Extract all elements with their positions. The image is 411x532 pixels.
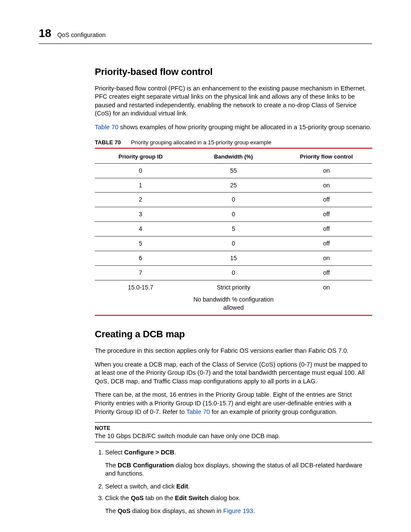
paragraph: The procedure in this section applies on… [95,347,372,355]
note-text: The 10 Gbps DCB/FC switch module can hav… [95,432,372,441]
table-row: 3 0 off [95,207,372,222]
table-cell: 0 [187,265,281,280]
step-text: Click the [105,495,131,501]
dialog-name: QoS [118,507,131,514]
table-cell: 4 [95,222,187,236]
table-cell: 15 [187,251,281,266]
section-heading-pfc: Priority-based flow control [95,65,372,78]
table-row: 5 0 off [95,236,372,251]
table-cell: 0 [187,236,281,251]
step-text: tab on the [143,495,175,501]
table-cell [280,295,372,316]
table-cell: 2 [95,193,187,207]
menu-path: Configure > DCB [124,449,174,456]
table-cell: off [280,236,372,251]
step-text: dialog box displays, as shown in [131,507,223,514]
table-cell: 0 [187,207,281,222]
table-reference-link[interactable]: Table 70 [186,408,210,415]
note-rule-bottom [95,442,372,442]
table-cell: 25 [187,178,281,193]
table-cell: 3 [95,207,187,222]
tab-name: QoS [131,495,144,501]
table-cell: No bandwidth % configuration allowed [187,295,281,316]
table-row: 1 25 on [95,178,372,193]
table-cell: off [280,207,372,222]
step-body: The QoS dialog box displays, as shown in… [105,507,371,516]
table-cell: on [280,251,372,266]
chapter-title: QoS configuration [57,31,106,39]
table-header-cell: Priority group ID [95,150,187,163]
paragraph: There can be, at the most, 16 entries in… [95,391,372,416]
table-row: 0 55 on [95,163,372,178]
table-cell: 5 [95,236,187,251]
chapter-number: 18 [39,26,51,41]
table-label: TABLE 70 [95,139,121,146]
table-cell: 0 [187,193,281,207]
table-row: No bandwidth % configuration allowed [95,295,372,316]
note-block: NOTE The 10 Gbps DCB/FC switch module ca… [95,422,372,442]
table-caption-text: Priority grouping allocated in a 15-prio… [131,139,271,146]
step-text: The [105,462,118,469]
note-label: NOTE [95,424,372,432]
note-rule-top [95,422,372,423]
table-row: 6 15 on [95,251,372,266]
table-row: 4 5 off [95,222,372,236]
table-cell: 6 [95,251,187,266]
step-text: . [253,507,255,514]
table-cell: 55 [187,163,281,178]
button-name: Edit [176,483,188,490]
paragraph: Priority-based flow control (PFC) is an … [95,84,372,118]
table-row: 7 0 off [95,265,372,280]
table-header-cell: Priority flow control [280,150,372,163]
table-cell: off [280,222,372,236]
table-row: 15.0-15.7 Strict priority on [95,280,372,294]
table-cell: on [280,163,372,178]
paragraph: Table 70 shows examples of how priority … [95,123,372,132]
step-item: Select a switch, and click Edit. [105,482,372,491]
step-item: Click the QoS tab on the Edit Switch dia… [105,494,372,515]
table-header-row: Priority group ID Bandwidth (%) Priority… [95,150,372,163]
step-item: Select Configure > DCB. The DCB Configur… [105,448,372,478]
dialog-name: DCB Configuration [118,462,174,469]
table-cell: off [280,193,372,207]
table-reference-link[interactable]: Table 70 [95,124,118,131]
table-cell: 1 [95,178,187,193]
dialog-name: Edit Switch [175,495,209,501]
step-text: Select [105,449,124,456]
table-row: 2 0 off [95,193,372,207]
procedure-steps: Select Configure > DCB. The DCB Configur… [95,448,372,515]
table-cell: 7 [95,265,187,280]
figure-reference-link[interactable]: Figure 193 [223,507,253,514]
table-cell: 5 [187,222,281,236]
table-caption: TABLE 70 Priority grouping allocated in … [95,139,372,149]
table-cell [95,295,187,316]
table-cell: 15.0-15.7 [95,280,187,294]
table-cell: on [280,280,372,294]
priority-group-table: Priority group ID Bandwidth (%) Priority… [95,150,372,316]
step-text: Select a switch, and click [105,483,176,490]
table-cell: 0 [95,163,187,178]
step-body: The DCB Configuration dialog box display… [105,461,371,478]
table-cell: on [280,178,372,193]
paragraph: When you create a DCB map, each of the C… [95,361,372,386]
page-content: Priority-based flow control Priority-bas… [95,65,372,516]
step-text: . [188,483,190,490]
step-text: . [174,449,176,456]
paragraph-text: for an example of priority group configu… [210,408,337,415]
section-heading-dcb: Creating a DCB map [95,328,372,341]
paragraph-text: shows examples of how priority grouping … [118,124,372,131]
table-cell: Strict priority [187,280,281,294]
table-header-cell: Bandwidth (%) [187,150,281,163]
step-text: The [105,507,118,514]
page-header: 18 QoS configuration [39,26,372,44]
table-cell: off [280,265,372,280]
step-text: dialog box. [209,495,240,501]
